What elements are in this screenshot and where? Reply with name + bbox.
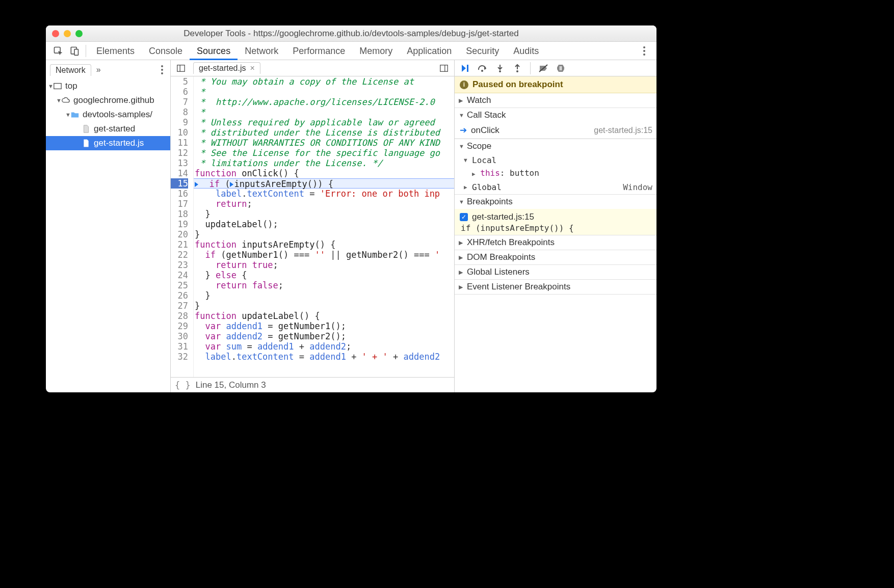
- tree-domain-label: googlechrome.github: [73, 95, 154, 105]
- tab-network[interactable]: Network: [238, 42, 285, 60]
- braces-icon[interactable]: { }: [175, 380, 191, 390]
- toggle-debugger-icon[interactable]: [438, 62, 450, 74]
- tree-root[interactable]: ▼ top: [46, 79, 170, 93]
- scope-this-val: button: [510, 168, 539, 178]
- more-tabs-icon[interactable]: »: [96, 65, 101, 74]
- tree-file-js[interactable]: get-started.js: [46, 136, 170, 150]
- toggle-navigator-icon[interactable]: [175, 62, 187, 74]
- step-into-icon[interactable]: [492, 61, 508, 75]
- scope-global-val: Window: [623, 182, 652, 192]
- inspect-icon[interactable]: [52, 45, 64, 57]
- cursor-position: Line 15, Column 3: [196, 380, 266, 390]
- breakpoint-checkbox[interactable]: ✓: [460, 213, 468, 221]
- breakpoint-condition: if (inputsAreEmpty()) {: [460, 222, 651, 233]
- scope-this-row[interactable]: ▶ this: button: [455, 167, 656, 180]
- navigator-tab-network[interactable]: Network: [50, 64, 91, 76]
- minimize-window-icon[interactable]: [64, 30, 71, 37]
- tab-console[interactable]: Console: [142, 42, 190, 60]
- svg-rect-13: [560, 66, 561, 70]
- folder-icon: [70, 110, 80, 119]
- editor-tabs: get-started.js ×: [171, 60, 454, 76]
- svg-point-10: [499, 70, 501, 72]
- tab-security[interactable]: Security: [459, 42, 506, 60]
- separator: [530, 62, 531, 74]
- tab-sources[interactable]: Sources: [190, 42, 238, 60]
- paused-banner: i Paused on breakpoint: [455, 76, 656, 93]
- editor-tab[interactable]: get-started.js ×: [193, 62, 260, 74]
- resume-icon[interactable]: [458, 61, 473, 75]
- tree-file-html[interactable]: get-started: [46, 122, 170, 136]
- tree-root-label: top: [65, 81, 77, 91]
- tree-folder-label: devtools-samples/: [83, 110, 152, 120]
- event-listener-breakpoints-section[interactable]: ▶Event Listener Breakpoints: [455, 280, 656, 295]
- title-bar: Developer Tools - https://googlechrome.g…: [46, 25, 656, 42]
- close-window-icon[interactable]: [52, 30, 59, 37]
- tree-file-label: get-started.js: [94, 138, 144, 148]
- breakpoints-section: ▼Breakpoints ✓ get-started.js:15 if (inp…: [455, 195, 656, 235]
- navigator-tabs: Network »: [46, 62, 170, 77]
- scope-local-label: Local: [472, 155, 496, 165]
- step-over-icon[interactable]: [475, 61, 490, 75]
- callframe-loc: get-started.js:15: [594, 126, 652, 135]
- code-lines[interactable]: * You may obtain a copy of the License a…: [194, 76, 454, 377]
- breakpoint-item[interactable]: ✓ get-started.js:15 if (inputsAreEmpty()…: [455, 209, 656, 235]
- navigator-more-icon[interactable]: [156, 64, 168, 76]
- callframe-row[interactable]: ➔ onClick get-started.js:15: [455, 122, 656, 139]
- svg-point-9: [481, 70, 483, 72]
- editor-status-bar: { } Line 15, Column 3: [171, 377, 454, 392]
- breakpoint-location: get-started.js:15: [472, 212, 534, 222]
- tab-audits[interactable]: Audits: [506, 42, 546, 60]
- cloud-icon: [61, 96, 70, 105]
- tab-performance[interactable]: Performance: [285, 42, 352, 60]
- watch-label: Watch: [467, 95, 491, 105]
- callframe-fn: onClick: [471, 125, 499, 136]
- svg-rect-6: [440, 65, 448, 71]
- maximize-window-icon[interactable]: [75, 30, 83, 37]
- separator: [86, 45, 86, 57]
- tab-application[interactable]: Application: [400, 42, 459, 60]
- navigator-panel: Network » ▼ top ▼: [46, 60, 171, 392]
- scope-global[interactable]: ▶Global Window: [455, 180, 656, 194]
- xhr-label: XHR/fetch Breakpoints: [467, 237, 555, 248]
- device-toggle-icon[interactable]: [68, 45, 81, 57]
- info-icon: i: [460, 81, 468, 89]
- window-title: Developer Tools - https://googlechrome.g…: [46, 29, 656, 39]
- global-listeners-section[interactable]: ▶Global Listeners: [455, 265, 656, 280]
- breakpoints-label: Breakpoints: [467, 197, 513, 207]
- document-icon: [82, 139, 91, 148]
- scope-local[interactable]: ▼Local: [455, 153, 656, 167]
- tree-folder[interactable]: ▼ devtools-samples/: [46, 108, 170, 122]
- xhr-breakpoints-section[interactable]: ▶XHR/fetch Breakpoints: [455, 235, 656, 250]
- scope-header[interactable]: ▼Scope: [455, 139, 656, 153]
- debugger-toolbar: [455, 60, 656, 76]
- tree-domain[interactable]: ▼ googlechrome.github: [46, 93, 170, 108]
- code-editor[interactable]: 5678910111213141516171819202122232425262…: [171, 76, 454, 377]
- tab-memory[interactable]: Memory: [352, 42, 400, 60]
- window-controls: [52, 30, 83, 37]
- dom-label: DOM Breakpoints: [467, 252, 535, 262]
- elisten-label: Event Listener Breakpoints: [467, 282, 570, 292]
- close-tab-icon[interactable]: ×: [250, 64, 254, 73]
- svg-rect-4: [177, 65, 185, 71]
- paused-banner-text: Paused on breakpoint: [472, 79, 563, 90]
- callstack-section: ▼Call Stack ➔ onClick get-started.js:15: [455, 108, 656, 139]
- scope-section: ▼Scope ▼Local ▶ this: button ▶Global Win…: [455, 139, 656, 195]
- svg-rect-8: [467, 65, 468, 72]
- frame-icon: [53, 82, 62, 91]
- editor-panel: get-started.js × 56789101112131415161718…: [171, 60, 455, 392]
- svg-rect-3: [54, 84, 61, 89]
- scope-global-label: Global: [472, 182, 502, 192]
- tab-elements[interactable]: Elements: [89, 42, 142, 60]
- line-gutter[interactable]: 5678910111213141516171819202122232425262…: [171, 76, 194, 377]
- breakpoints-header[interactable]: ▼Breakpoints: [455, 195, 656, 209]
- file-tree: ▼ top ▼ googlechrome.github ▼: [46, 77, 170, 150]
- more-menu-icon[interactable]: [638, 45, 650, 57]
- dom-breakpoints-section[interactable]: ▶DOM Breakpoints: [455, 250, 656, 265]
- callstack-header[interactable]: ▼Call Stack: [455, 108, 656, 122]
- glisten-label: Global Listeners: [467, 267, 530, 277]
- pause-on-exceptions-icon[interactable]: [553, 61, 568, 75]
- deactivate-breakpoints-icon[interactable]: [536, 61, 551, 75]
- step-out-icon[interactable]: [510, 61, 525, 75]
- watch-section[interactable]: ▶Watch: [455, 93, 656, 108]
- scope-label: Scope: [467, 141, 491, 151]
